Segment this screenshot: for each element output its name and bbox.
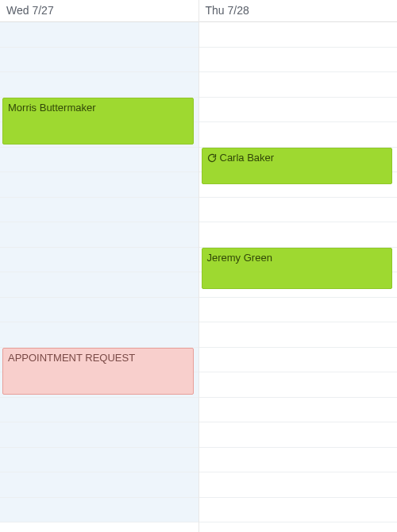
time-slot[interactable] — [0, 248, 198, 273]
day-header: Thu 7/28 — [199, 0, 398, 22]
time-slot[interactable] — [0, 172, 198, 198]
time-slot[interactable] — [199, 122, 398, 148]
time-slot[interactable] — [199, 472, 398, 498]
time-slot[interactable] — [0, 222, 198, 248]
day-header: Wed 7/27 — [0, 0, 198, 22]
event-title: APPOINTMENT REQUEST — [8, 352, 135, 364]
event-morris-buttermaker[interactable]: Morris Buttermaker — [2, 98, 194, 145]
day-slots[interactable]: Carla Baker Jeremy Green — [199, 22, 398, 532]
event-jeremy-green[interactable]: Jeremy Green — [202, 248, 393, 290]
time-slot[interactable] — [199, 448, 398, 473]
time-slot[interactable] — [199, 498, 398, 523]
time-slot[interactable] — [0, 148, 198, 173]
day-label: Wed 7/27 — [6, 4, 54, 17]
time-slot[interactable] — [199, 398, 398, 423]
time-slot[interactable] — [0, 498, 198, 523]
time-slot[interactable] — [199, 348, 398, 373]
time-slot[interactable] — [0, 322, 198, 348]
time-slot[interactable] — [199, 98, 398, 123]
time-slot[interactable] — [199, 222, 398, 248]
event-title: Morris Buttermaker — [8, 102, 96, 114]
time-slot[interactable] — [199, 72, 398, 98]
calendar-grid: Wed 7/27 Morris Buttermaker APPOINTMENT … — [0, 0, 397, 532]
time-slot[interactable] — [0, 472, 198, 498]
time-slot[interactable] — [0, 448, 198, 473]
time-slot[interactable] — [199, 48, 398, 73]
time-slot[interactable] — [0, 422, 198, 448]
time-slot[interactable] — [199, 298, 398, 323]
day-column-wed[interactable]: Wed 7/27 Morris Buttermaker APPOINTMENT … — [0, 0, 199, 532]
time-slot[interactable] — [0, 272, 198, 298]
time-slot[interactable] — [0, 298, 198, 323]
event-title: Jeremy Green — [207, 252, 272, 264]
time-slot[interactable] — [0, 22, 198, 48]
time-slot[interactable] — [199, 198, 398, 223]
time-slot[interactable] — [0, 198, 198, 223]
day-slots[interactable]: Morris Buttermaker APPOINTMENT REQUEST — [0, 22, 198, 532]
event-title: Carla Baker — [220, 152, 275, 164]
day-label: Thu 7/28 — [206, 4, 249, 17]
time-slot[interactable] — [199, 422, 398, 448]
time-slot[interactable] — [0, 48, 198, 73]
time-slot[interactable] — [199, 322, 398, 348]
event-appointment-request[interactable]: APPOINTMENT REQUEST — [2, 348, 194, 395]
event-carla-baker[interactable]: Carla Baker — [202, 148, 393, 184]
time-slot[interactable] — [199, 22, 398, 48]
time-slot[interactable] — [199, 372, 398, 398]
time-slot[interactable] — [0, 72, 198, 98]
recurring-icon — [207, 153, 217, 163]
time-slot[interactable] — [0, 398, 198, 423]
day-column-thu[interactable]: Thu 7/28 Carla Baker Jeremy Green — [199, 0, 398, 532]
